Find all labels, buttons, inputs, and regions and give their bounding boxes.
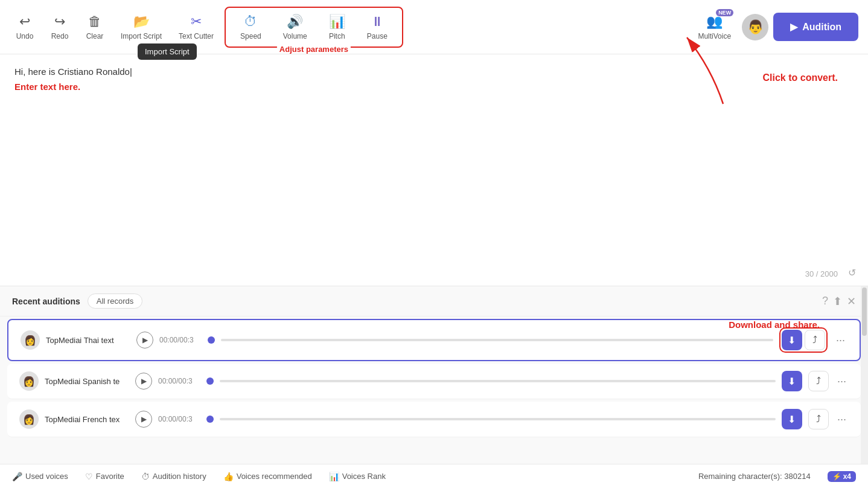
volume-icon: 🔊: [287, 14, 303, 30]
share-button-2[interactable]: ⤴: [808, 371, 829, 391]
download-button-1[interactable]: ⬇: [782, 330, 802, 350]
pause-button[interactable]: ⏸ Pause: [362, 11, 392, 43]
adjust-params-label: Adjust parameters: [277, 45, 351, 54]
bottom-panel: Recent auditions All records ? ⬆ ✕ Downl…: [0, 286, 868, 464]
footer-voices-recommended[interactable]: 👍 Voices recommended: [223, 472, 312, 481]
play-row-1-button[interactable]: ▶: [136, 332, 153, 348]
char-count: 30 / 2000: [805, 269, 838, 278]
close-panel-icon[interactable]: ✕: [847, 295, 856, 308]
pause-icon: ⏸: [371, 14, 384, 30]
redo-icon: ↪: [54, 14, 65, 30]
enter-text-hint: Enter text here.: [14, 82, 854, 92]
audio-row: 👩 TopMediai Spanish te ▶ 00:00/00:3 ⬇ ⤴ …: [7, 364, 861, 399]
import-icon: 📂: [133, 14, 150, 30]
pitch-icon: 📊: [329, 14, 345, 30]
audio-row: 👩 TopMediai French tex ▶ 00:00/00:3 ⬇ ⤴ …: [7, 402, 861, 437]
time-label-1: 00:00/00:3: [159, 336, 202, 344]
clear-icon: 🗑: [88, 14, 101, 30]
text-cutter-button[interactable]: ✂ Text Cutter: [173, 10, 220, 44]
speed-button[interactable]: ⏱ Speed: [235, 11, 266, 43]
voice-avatar-3: 👩: [19, 409, 39, 429]
footer: 🎤 Used voices ♡ Favorite ⏱ Audition hist…: [0, 464, 868, 488]
progress-bar-3[interactable]: [220, 418, 776, 420]
undo-icon: ↩: [19, 14, 30, 30]
download-button-3[interactable]: ⬇: [782, 409, 802, 429]
x4-badge: ⚡ x4: [828, 471, 856, 482]
audition-history-icon: ⏱: [141, 472, 150, 481]
main-editor-area: Hi, here is Cristiano Ronaldo| Enter tex…: [0, 54, 868, 286]
more-button-3[interactable]: ···: [835, 411, 849, 428]
collapse-icon[interactable]: ⬆: [833, 295, 842, 308]
multivoice-button[interactable]: NEW 👥 MultiVoice: [692, 11, 737, 43]
recent-auditions-label: Recent auditions: [12, 297, 80, 306]
footer-favorite[interactable]: ♡ Favorite: [85, 472, 124, 481]
progress-dot-3: [206, 416, 214, 423]
panel-header: Recent auditions All records ? ⬆ ✕: [0, 286, 868, 316]
play-row-2-button[interactable]: ▶: [135, 373, 152, 390]
pitch-button[interactable]: 📊 Pitch: [324, 11, 350, 43]
footer-voices-rank[interactable]: 📊 Voices Rank: [329, 472, 386, 481]
footer-audition-history[interactable]: ⏱ Audition history: [141, 472, 206, 481]
panel-header-actions: ? ⬆ ✕: [822, 295, 856, 308]
new-badge: NEW: [716, 9, 733, 16]
action-box: ⬇ ⤴: [779, 327, 828, 353]
remaining-chars: Remaining character(s): 380214: [698, 472, 811, 481]
voice-name-3: TopMediai French tex: [45, 415, 129, 424]
share-button-3[interactable]: ⤴: [808, 409, 829, 429]
more-button-2[interactable]: ···: [835, 373, 849, 390]
redo-button[interactable]: ↪ Redo: [45, 10, 75, 44]
used-voices-icon: 🎤: [12, 472, 22, 481]
voices-recommended-icon: 👍: [223, 472, 234, 481]
import-tooltip: Import Script: [138, 43, 197, 60]
avatar[interactable]: 👨: [742, 14, 768, 40]
voices-rank-icon: 📊: [329, 472, 339, 481]
voice-name-2: TopMediai Spanish te: [45, 377, 129, 386]
voice-avatar-1: 👩: [21, 330, 40, 350]
adjust-params-box: ⏱ Speed 🔊 Volume 📊 Pitch ⏸ Pause Adjust …: [225, 7, 403, 48]
time-label-2: 00:00/00:3: [158, 377, 200, 385]
play-icon: ▶: [790, 21, 797, 33]
time-label-3: 00:00/00:3: [158, 415, 200, 423]
clear-button[interactable]: 🗑 Clear: [80, 10, 110, 44]
download-button-2[interactable]: ⬇: [782, 371, 802, 391]
scrollbar-thumb: [862, 287, 867, 336]
help-icon[interactable]: ?: [822, 295, 828, 307]
voice-avatar-2: 👩: [19, 371, 39, 391]
all-records-button[interactable]: All records: [88, 294, 142, 309]
panel-scrollbar[interactable]: [861, 286, 868, 464]
voice-name-1: TopMediai Thai text: [46, 336, 130, 345]
volume-button[interactable]: 🔊 Volume: [278, 11, 312, 43]
progress-bar-1[interactable]: [221, 339, 773, 341]
x4-icon: ⚡: [832, 472, 841, 481]
progress-dot-2: [206, 377, 214, 385]
progress-bar-2[interactable]: [220, 380, 776, 382]
toolbar: ↩ Undo ↪ Redo 🗑 Clear 📂 Import Script ✂ …: [0, 0, 868, 54]
play-row-3-button[interactable]: ▶: [135, 411, 152, 428]
audio-row: 👩 TopMediai Thai text ▶ 00:00/00:3 ⬇ ⤴ ·…: [7, 319, 861, 361]
progress-dot-1: [208, 336, 215, 344]
import-script-button[interactable]: 📂 Import Script: [115, 10, 168, 44]
share-button-1[interactable]: ⤴: [805, 330, 825, 350]
speed-icon: ⏱: [244, 14, 257, 30]
more-button-1[interactable]: ···: [834, 332, 847, 349]
favorite-icon: ♡: [85, 472, 93, 481]
undo-button[interactable]: ↩ Undo: [10, 10, 40, 44]
footer-used-voices[interactable]: 🎤 Used voices: [12, 472, 68, 481]
editor-text[interactable]: Hi, here is Cristiano Ronaldo|: [14, 66, 854, 77]
refresh-icon[interactable]: ↺: [848, 267, 856, 278]
textcutter-icon: ✂: [191, 14, 202, 30]
audition-button[interactable]: ▶ Audition: [773, 13, 858, 41]
